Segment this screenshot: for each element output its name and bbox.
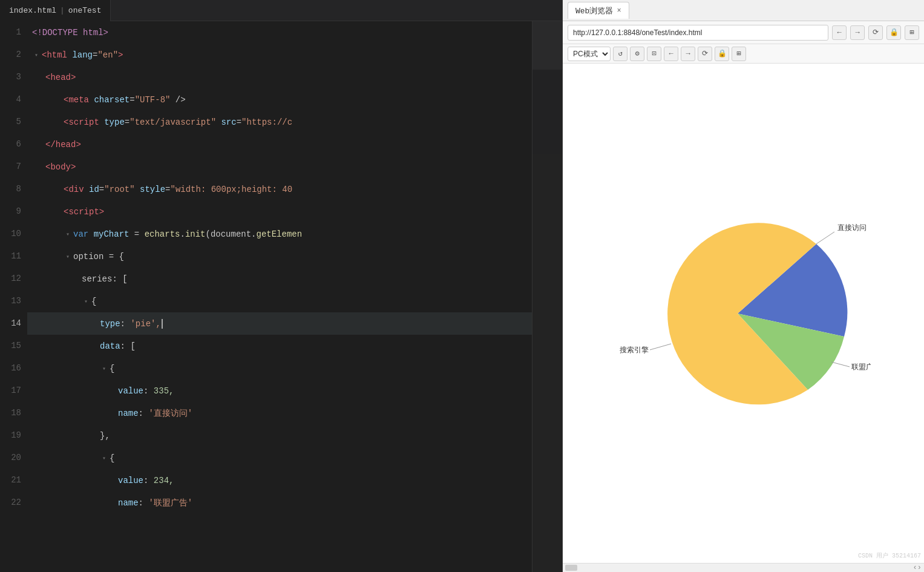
browser-tab[interactable]: Web浏览器 ×: [568, 2, 629, 19]
lock-button[interactable]: 🔒: [886, 25, 901, 40]
scroll-arrow-right[interactable]: ›: [917, 564, 922, 572]
ln-14: 14: [0, 312, 21, 335]
token-head-close: </head>: [45, 140, 81, 150]
toolbar-btn-2[interactable]: ⚙: [630, 47, 644, 61]
token-type-val: "text/javascript": [129, 117, 216, 127]
code-line-15: data : [: [27, 335, 532, 357]
token-style-attr: style: [135, 185, 165, 194]
pie-chart-svg: 直接访问 联盟广告 搜索引擎: [617, 199, 871, 429]
token-lang-attr: lang: [67, 50, 93, 60]
browser-tab-bar: Web浏览器 ×: [563, 0, 924, 21]
ln-3: 3: [0, 66, 21, 88]
token-type-attr: type: [99, 117, 125, 127]
line-numbers: 1 2 3 4 5 6 7 8 9 10 11 12 13 14 15 16 1…: [0, 21, 27, 572]
grid-button[interactable]: ⊞: [905, 25, 919, 40]
ln-21: 21: [0, 469, 21, 491]
toolbar-btn-5[interactable]: →: [681, 47, 695, 61]
token-dot-10: .: [180, 229, 185, 239]
token-colon-15: : [: [120, 341, 136, 351]
token-eq-8a: =: [99, 185, 104, 194]
toolbar-btn-8[interactable]: ⊞: [732, 47, 746, 61]
toolbar-btn-6[interactable]: ⟳: [698, 47, 712, 61]
code-line-13: ▾ {: [27, 290, 532, 312]
token-html-open: <html: [42, 50, 67, 60]
token-colon-18: :: [139, 409, 149, 418]
browser-scrollbar[interactable]: ‹ ›: [563, 563, 924, 572]
toolbar-btn-1[interactable]: ↺: [613, 47, 627, 61]
toolbar-btn-4[interactable]: ←: [664, 47, 678, 61]
code-line-20: ▾ {: [27, 447, 532, 469]
token-var: var: [73, 229, 88, 239]
refresh-button[interactable]: ⟳: [868, 25, 883, 40]
toolbar-btn-7[interactable]: 🔒: [715, 47, 729, 61]
mode-select[interactable]: PC模式: [568, 47, 611, 61]
browser-content: 直接访问 联盟广告 搜索引擎 CSDN 用户 35214167: [563, 64, 924, 563]
minimap-content: [532, 21, 562, 572]
minimap-highlight: [532, 21, 562, 70]
token-234: 234,: [154, 476, 174, 485]
fold-icon-10[interactable]: ▾: [64, 230, 72, 238]
minimap: [532, 21, 562, 572]
ln-11: 11: [0, 245, 21, 268]
code-area[interactable]: <!DOCTYPE html> ▾ <html lang = "en" > <h…: [27, 21, 532, 572]
token-doctype: <!DOCTYPE html>: [32, 28, 108, 38]
address-input[interactable]: [568, 25, 828, 41]
ln-9: 9: [0, 200, 21, 223]
toolbar-btn-3[interactable]: ⊡: [647, 47, 661, 61]
token-meta: <meta: [64, 95, 89, 105]
token-eq-5b: =: [237, 117, 241, 127]
ln-7: 7: [0, 156, 21, 178]
token-meta-end: />: [170, 95, 185, 105]
token-body: <body>: [45, 162, 76, 172]
code-line-1: <!DOCTYPE html>: [27, 21, 532, 44]
token-value-prop: value: [118, 386, 143, 396]
code-line-17: value : 335,: [27, 380, 532, 402]
ln-19: 19: [0, 424, 21, 447]
fold-icon-13[interactable]: ▾: [82, 297, 90, 306]
ln-15: 15: [0, 335, 21, 357]
back-button[interactable]: ←: [832, 25, 847, 40]
label-line-search: [650, 344, 671, 350]
token-direct-visit: '直接访问': [148, 408, 192, 419]
token-brace-16: {: [110, 364, 114, 373]
main-container: index.html | oneTest 1 2 3 4 5 6 7 8 9 1…: [0, 0, 924, 572]
scrollbar-thumb[interactable]: [565, 565, 577, 571]
code-line-2: ▾ <html lang = "en" >: [27, 44, 532, 66]
fold-icon-16[interactable]: ▾: [100, 364, 108, 373]
editor-panel: index.html | oneTest 1 2 3 4 5 6 7 8 9 1…: [0, 0, 563, 572]
token-id-val: "root": [104, 185, 134, 194]
token-script-open: <script: [64, 117, 99, 127]
token-paren-10: (document.: [205, 229, 256, 239]
token-name-prop-22: name: [118, 498, 139, 508]
scroll-arrow-left[interactable]: ‹: [913, 564, 917, 572]
token-type-prop: type: [100, 319, 120, 329]
browser-tab-label: Web浏览器: [575, 5, 613, 16]
forward-button[interactable]: →: [850, 25, 865, 40]
label-line-league: [831, 362, 850, 367]
browser-tab-close[interactable]: ×: [617, 7, 621, 15]
editor-tab[interactable]: index.html | oneTest: [0, 0, 111, 21]
code-line-14[interactable]: type : 'pie',: [27, 312, 532, 335]
fold-icon-20[interactable]: ▾: [100, 454, 108, 462]
fold-icon-11[interactable]: ▾: [64, 252, 72, 261]
code-line-4: <meta charset = "UTF-8" />: [27, 88, 532, 111]
ln-2: 2: [0, 44, 21, 66]
ln-13: 13: [0, 290, 21, 312]
code-line-22: name : '联盟广告': [27, 491, 532, 514]
fold-icon-2[interactable]: ▾: [32, 51, 41, 59]
ln-20: 20: [0, 447, 21, 469]
browser-toolbar: PC模式 ↺ ⚙ ⊡ ← → ⟳ 🔒 ⊞: [563, 44, 924, 64]
token-eq-10: =: [129, 229, 144, 239]
token-html-gt: >: [118, 50, 123, 60]
token-sp-10: [88, 229, 93, 239]
ln-6: 6: [0, 133, 21, 156]
code-line-21: value : 234,: [27, 469, 532, 491]
token-style-val: "width: 600px;height: 40: [170, 185, 292, 194]
code-line-5: <script type = "text/javascript" src = "…: [27, 111, 532, 133]
ln-17: 17: [0, 380, 21, 402]
token-charset-attr: charset: [89, 95, 129, 105]
token-eq-4: =: [129, 95, 134, 105]
token-src-attr: src: [216, 117, 237, 127]
token-script2: <script>: [64, 207, 104, 217]
code-line-10: ▾ var myChart = echarts . init (document…: [27, 223, 532, 245]
